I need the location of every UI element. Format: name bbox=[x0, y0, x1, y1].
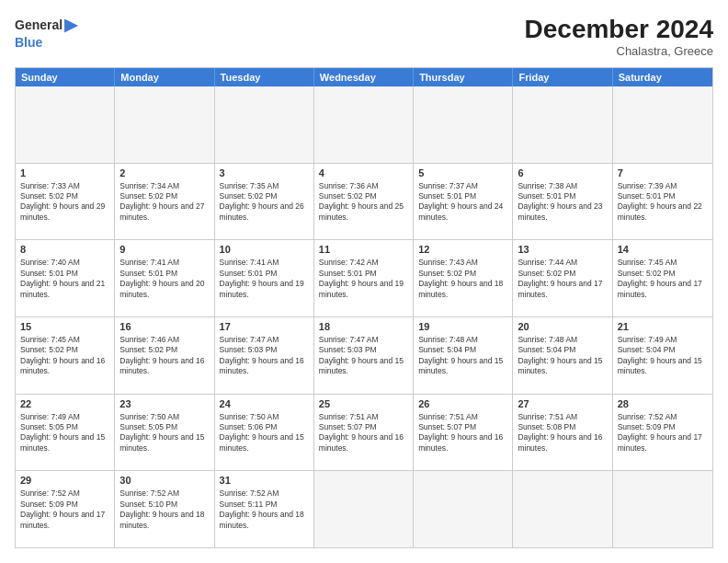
day-info: Sunrise: 7:36 AMSunset: 5:02 PMDaylight:… bbox=[319, 181, 408, 224]
day-number: 12 bbox=[418, 243, 507, 257]
day-info: Sunrise: 7:52 AMSunset: 5:10 PMDaylight:… bbox=[119, 488, 209, 531]
day-number: 2 bbox=[119, 167, 209, 180]
day-info: Sunrise: 7:51 AMSunset: 5:07 PMDaylight:… bbox=[319, 412, 408, 454]
day-number: 10 bbox=[220, 243, 309, 257]
cal-cell-5-3 bbox=[314, 471, 414, 547]
day-number: 18 bbox=[319, 320, 408, 334]
cal-cell-0-6 bbox=[613, 86, 712, 163]
week-row-3: 15Sunrise: 7:45 AMSunset: 5:02 PMDayligh… bbox=[16, 317, 712, 395]
cal-cell-5-6 bbox=[613, 471, 712, 547]
week-row-1: 1Sunrise: 7:33 AMSunset: 5:02 PMDaylight… bbox=[16, 164, 712, 241]
day-info: Sunrise: 7:50 AMSunset: 5:05 PMDaylight:… bbox=[119, 412, 209, 454]
day-number: 11 bbox=[319, 243, 408, 257]
cal-cell-2-5: 13Sunrise: 7:44 AMSunset: 5:02 PMDayligh… bbox=[513, 240, 612, 316]
day-info: Sunrise: 7:33 AMSunset: 5:02 PMDaylight:… bbox=[20, 181, 109, 224]
cal-cell-1-0: 1Sunrise: 7:33 AMSunset: 5:02 PMDaylight… bbox=[16, 164, 115, 240]
cal-cell-4-2: 24Sunrise: 7:50 AMSunset: 5:06 PMDayligh… bbox=[215, 395, 314, 471]
cal-cell-4-3: 25Sunrise: 7:51 AMSunset: 5:07 PMDayligh… bbox=[314, 395, 414, 471]
day-info: Sunrise: 7:50 AMSunset: 5:06 PMDaylight:… bbox=[220, 412, 309, 454]
day-number: 17 bbox=[220, 320, 309, 334]
day-info: Sunrise: 7:47 AMSunset: 5:03 PMDaylight:… bbox=[220, 335, 309, 377]
day-info: Sunrise: 7:48 AMSunset: 5:04 PMDaylight:… bbox=[418, 335, 507, 377]
day-number: 24 bbox=[220, 397, 309, 411]
main-title: December 2024 bbox=[525, 15, 713, 44]
day-number: 26 bbox=[418, 397, 507, 411]
day-number: 13 bbox=[518, 243, 607, 257]
logo-blue: Blue bbox=[15, 35, 77, 50]
header-tuesday: Tuesday bbox=[215, 68, 314, 86]
header-sunday: Sunday bbox=[16, 68, 115, 86]
header: General ▶ Blue December 2024 Chalastra, … bbox=[15, 15, 713, 58]
day-number: 4 bbox=[319, 167, 408, 180]
cal-cell-2-1: 9Sunrise: 7:41 AMSunset: 5:01 PMDaylight… bbox=[115, 240, 214, 316]
week-row-5: 29Sunrise: 7:52 AMSunset: 5:09 PMDayligh… bbox=[16, 471, 712, 547]
header-monday: Monday bbox=[115, 68, 214, 86]
day-number: 9 bbox=[119, 243, 209, 257]
day-info: Sunrise: 7:34 AMSunset: 5:02 PMDaylight:… bbox=[119, 181, 209, 224]
cal-cell-5-4 bbox=[414, 471, 513, 547]
day-info: Sunrise: 7:45 AMSunset: 5:02 PMDaylight:… bbox=[618, 258, 708, 300]
day-info: Sunrise: 7:35 AMSunset: 5:02 PMDaylight:… bbox=[220, 181, 309, 224]
header-thursday: Thursday bbox=[414, 68, 513, 86]
cal-cell-3-2: 17Sunrise: 7:47 AMSunset: 5:03 PMDayligh… bbox=[215, 317, 314, 394]
cal-cell-0-4 bbox=[414, 86, 513, 163]
day-info: Sunrise: 7:47 AMSunset: 5:03 PMDaylight:… bbox=[319, 335, 408, 377]
cal-cell-5-1: 30Sunrise: 7:52 AMSunset: 5:10 PMDayligh… bbox=[115, 471, 214, 547]
day-number: 5 bbox=[418, 167, 507, 180]
cal-cell-0-5 bbox=[513, 86, 612, 163]
cal-cell-3-5: 20Sunrise: 7:48 AMSunset: 5:04 PMDayligh… bbox=[513, 317, 612, 394]
day-number: 15 bbox=[20, 320, 109, 334]
day-info: Sunrise: 7:52 AMSunset: 5:09 PMDaylight:… bbox=[618, 412, 708, 454]
day-info: Sunrise: 7:41 AMSunset: 5:01 PMDaylight:… bbox=[220, 258, 309, 300]
cal-cell-2-2: 10Sunrise: 7:41 AMSunset: 5:01 PMDayligh… bbox=[215, 240, 314, 316]
day-number: 30 bbox=[119, 474, 209, 488]
cal-cell-1-6: 7Sunrise: 7:39 AMSunset: 5:01 PMDaylight… bbox=[613, 164, 712, 240]
day-number: 6 bbox=[518, 167, 607, 180]
day-info: Sunrise: 7:51 AMSunset: 5:07 PMDaylight:… bbox=[418, 412, 507, 454]
cal-cell-4-5: 27Sunrise: 7:51 AMSunset: 5:08 PMDayligh… bbox=[513, 395, 612, 471]
day-info: Sunrise: 7:42 AMSunset: 5:01 PMDaylight:… bbox=[319, 258, 408, 300]
cal-cell-4-1: 23Sunrise: 7:50 AMSunset: 5:05 PMDayligh… bbox=[115, 395, 214, 471]
day-info: Sunrise: 7:52 AMSunset: 5:11 PMDaylight:… bbox=[220, 488, 309, 531]
day-info: Sunrise: 7:51 AMSunset: 5:08 PMDaylight:… bbox=[518, 412, 607, 454]
cal-cell-4-4: 26Sunrise: 7:51 AMSunset: 5:07 PMDayligh… bbox=[414, 395, 513, 471]
day-number: 25 bbox=[319, 397, 408, 411]
cal-cell-3-1: 16Sunrise: 7:46 AMSunset: 5:02 PMDayligh… bbox=[115, 317, 214, 394]
day-number: 27 bbox=[518, 397, 607, 411]
logo-general: General bbox=[15, 17, 63, 32]
cal-cell-1-2: 3Sunrise: 7:35 AMSunset: 5:02 PMDaylight… bbox=[215, 164, 314, 240]
calendar-body: 1Sunrise: 7:33 AMSunset: 5:02 PMDaylight… bbox=[16, 86, 712, 547]
cal-cell-3-3: 18Sunrise: 7:47 AMSunset: 5:03 PMDayligh… bbox=[314, 317, 414, 394]
day-number: 21 bbox=[618, 320, 708, 334]
cal-cell-1-4: 5Sunrise: 7:37 AMSunset: 5:01 PMDaylight… bbox=[414, 164, 513, 240]
day-info: Sunrise: 7:49 AMSunset: 5:05 PMDaylight:… bbox=[20, 412, 109, 454]
logo-arrow-icon: ▶ bbox=[64, 15, 77, 35]
cal-cell-2-4: 12Sunrise: 7:43 AMSunset: 5:02 PMDayligh… bbox=[414, 240, 513, 316]
header-friday: Friday bbox=[513, 68, 612, 86]
cal-cell-5-2: 31Sunrise: 7:52 AMSunset: 5:11 PMDayligh… bbox=[215, 471, 314, 547]
day-info: Sunrise: 7:38 AMSunset: 5:01 PMDaylight:… bbox=[518, 181, 607, 224]
calendar-header: Sunday Monday Tuesday Wednesday Thursday… bbox=[16, 68, 712, 86]
cal-cell-1-3: 4Sunrise: 7:36 AMSunset: 5:02 PMDaylight… bbox=[314, 164, 414, 240]
week-row-2: 8Sunrise: 7:40 AMSunset: 5:01 PMDaylight… bbox=[16, 240, 712, 317]
day-number: 23 bbox=[119, 397, 209, 411]
week-row-4: 22Sunrise: 7:49 AMSunset: 5:05 PMDayligh… bbox=[16, 395, 712, 472]
subtitle: Chalastra, Greece bbox=[525, 44, 713, 58]
header-wednesday: Wednesday bbox=[314, 68, 414, 86]
cal-cell-5-0: 29Sunrise: 7:52 AMSunset: 5:09 PMDayligh… bbox=[16, 471, 115, 547]
cal-cell-3-0: 15Sunrise: 7:45 AMSunset: 5:02 PMDayligh… bbox=[16, 317, 115, 394]
week-row-0 bbox=[16, 86, 712, 164]
day-number: 3 bbox=[220, 167, 309, 180]
cal-cell-2-0: 8Sunrise: 7:40 AMSunset: 5:01 PMDaylight… bbox=[16, 240, 115, 316]
day-info: Sunrise: 7:44 AMSunset: 5:02 PMDaylight:… bbox=[518, 258, 607, 300]
cal-cell-3-6: 21Sunrise: 7:49 AMSunset: 5:04 PMDayligh… bbox=[613, 317, 712, 394]
cal-cell-0-1 bbox=[115, 86, 214, 163]
day-number: 22 bbox=[20, 397, 109, 411]
cal-cell-1-5: 6Sunrise: 7:38 AMSunset: 5:01 PMDaylight… bbox=[513, 164, 612, 240]
cal-cell-0-2 bbox=[215, 86, 314, 163]
cal-cell-5-5 bbox=[513, 471, 612, 547]
day-info: Sunrise: 7:45 AMSunset: 5:02 PMDaylight:… bbox=[20, 335, 109, 377]
day-info: Sunrise: 7:37 AMSunset: 5:01 PMDaylight:… bbox=[418, 181, 507, 224]
day-info: Sunrise: 7:49 AMSunset: 5:04 PMDaylight:… bbox=[618, 335, 708, 377]
day-number: 19 bbox=[418, 320, 507, 334]
